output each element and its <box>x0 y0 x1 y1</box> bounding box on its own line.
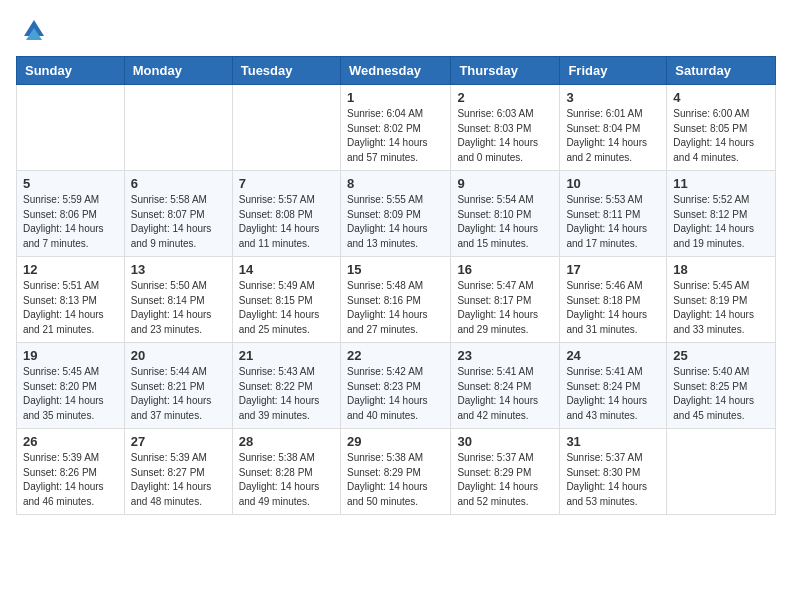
calendar-cell: 20Sunrise: 5:44 AM Sunset: 8:21 PM Dayli… <box>124 343 232 429</box>
day-number: 28 <box>239 434 334 449</box>
day-number: 20 <box>131 348 226 363</box>
day-info: Sunrise: 5:57 AM Sunset: 8:08 PM Dayligh… <box>239 193 334 251</box>
weekday-header-monday: Monday <box>124 57 232 85</box>
calendar-week-2: 5Sunrise: 5:59 AM Sunset: 8:06 PM Daylig… <box>17 171 776 257</box>
day-number: 13 <box>131 262 226 277</box>
calendar-cell: 19Sunrise: 5:45 AM Sunset: 8:20 PM Dayli… <box>17 343 125 429</box>
day-info: Sunrise: 5:45 AM Sunset: 8:19 PM Dayligh… <box>673 279 769 337</box>
day-number: 15 <box>347 262 444 277</box>
day-info: Sunrise: 5:46 AM Sunset: 8:18 PM Dayligh… <box>566 279 660 337</box>
calendar-cell: 30Sunrise: 5:37 AM Sunset: 8:29 PM Dayli… <box>451 429 560 515</box>
calendar-cell <box>17 85 125 171</box>
day-info: Sunrise: 5:52 AM Sunset: 8:12 PM Dayligh… <box>673 193 769 251</box>
day-info: Sunrise: 6:01 AM Sunset: 8:04 PM Dayligh… <box>566 107 660 165</box>
day-number: 18 <box>673 262 769 277</box>
day-number: 22 <box>347 348 444 363</box>
day-info: Sunrise: 5:51 AM Sunset: 8:13 PM Dayligh… <box>23 279 118 337</box>
day-number: 3 <box>566 90 660 105</box>
calendar-cell: 10Sunrise: 5:53 AM Sunset: 8:11 PM Dayli… <box>560 171 667 257</box>
weekday-header-friday: Friday <box>560 57 667 85</box>
calendar-cell: 8Sunrise: 5:55 AM Sunset: 8:09 PM Daylig… <box>340 171 450 257</box>
day-info: Sunrise: 6:03 AM Sunset: 8:03 PM Dayligh… <box>457 107 553 165</box>
calendar-cell <box>124 85 232 171</box>
day-number: 21 <box>239 348 334 363</box>
day-info: Sunrise: 5:41 AM Sunset: 8:24 PM Dayligh… <box>457 365 553 423</box>
weekday-header-wednesday: Wednesday <box>340 57 450 85</box>
day-number: 4 <box>673 90 769 105</box>
calendar-cell <box>232 85 340 171</box>
day-info: Sunrise: 5:37 AM Sunset: 8:29 PM Dayligh… <box>457 451 553 509</box>
day-info: Sunrise: 5:43 AM Sunset: 8:22 PM Dayligh… <box>239 365 334 423</box>
calendar-cell: 16Sunrise: 5:47 AM Sunset: 8:17 PM Dayli… <box>451 257 560 343</box>
weekday-header-thursday: Thursday <box>451 57 560 85</box>
day-number: 23 <box>457 348 553 363</box>
calendar-table: SundayMondayTuesdayWednesdayThursdayFrid… <box>16 56 776 515</box>
day-info: Sunrise: 5:40 AM Sunset: 8:25 PM Dayligh… <box>673 365 769 423</box>
day-info: Sunrise: 5:49 AM Sunset: 8:15 PM Dayligh… <box>239 279 334 337</box>
calendar-cell <box>667 429 776 515</box>
day-info: Sunrise: 5:37 AM Sunset: 8:30 PM Dayligh… <box>566 451 660 509</box>
day-number: 6 <box>131 176 226 191</box>
calendar-cell: 13Sunrise: 5:50 AM Sunset: 8:14 PM Dayli… <box>124 257 232 343</box>
weekday-header-saturday: Saturday <box>667 57 776 85</box>
day-info: Sunrise: 5:38 AM Sunset: 8:29 PM Dayligh… <box>347 451 444 509</box>
calendar-cell: 11Sunrise: 5:52 AM Sunset: 8:12 PM Dayli… <box>667 171 776 257</box>
calendar-cell: 6Sunrise: 5:58 AM Sunset: 8:07 PM Daylig… <box>124 171 232 257</box>
day-info: Sunrise: 5:39 AM Sunset: 8:27 PM Dayligh… <box>131 451 226 509</box>
calendar-cell: 26Sunrise: 5:39 AM Sunset: 8:26 PM Dayli… <box>17 429 125 515</box>
calendar-cell: 2Sunrise: 6:03 AM Sunset: 8:03 PM Daylig… <box>451 85 560 171</box>
logo <box>16 16 48 44</box>
calendar-cell: 3Sunrise: 6:01 AM Sunset: 8:04 PM Daylig… <box>560 85 667 171</box>
calendar-cell: 18Sunrise: 5:45 AM Sunset: 8:19 PM Dayli… <box>667 257 776 343</box>
calendar-cell: 22Sunrise: 5:42 AM Sunset: 8:23 PM Dayli… <box>340 343 450 429</box>
day-number: 2 <box>457 90 553 105</box>
calendar-cell: 24Sunrise: 5:41 AM Sunset: 8:24 PM Dayli… <box>560 343 667 429</box>
calendar-cell: 27Sunrise: 5:39 AM Sunset: 8:27 PM Dayli… <box>124 429 232 515</box>
calendar-cell: 12Sunrise: 5:51 AM Sunset: 8:13 PM Dayli… <box>17 257 125 343</box>
day-number: 10 <box>566 176 660 191</box>
day-number: 8 <box>347 176 444 191</box>
day-info: Sunrise: 5:42 AM Sunset: 8:23 PM Dayligh… <box>347 365 444 423</box>
calendar-week-5: 26Sunrise: 5:39 AM Sunset: 8:26 PM Dayli… <box>17 429 776 515</box>
calendar-cell: 5Sunrise: 5:59 AM Sunset: 8:06 PM Daylig… <box>17 171 125 257</box>
calendar-cell: 4Sunrise: 6:00 AM Sunset: 8:05 PM Daylig… <box>667 85 776 171</box>
day-info: Sunrise: 5:39 AM Sunset: 8:26 PM Dayligh… <box>23 451 118 509</box>
day-info: Sunrise: 6:00 AM Sunset: 8:05 PM Dayligh… <box>673 107 769 165</box>
day-info: Sunrise: 5:38 AM Sunset: 8:28 PM Dayligh… <box>239 451 334 509</box>
day-info: Sunrise: 5:47 AM Sunset: 8:17 PM Dayligh… <box>457 279 553 337</box>
day-number: 24 <box>566 348 660 363</box>
calendar-cell: 7Sunrise: 5:57 AM Sunset: 8:08 PM Daylig… <box>232 171 340 257</box>
day-info: Sunrise: 5:44 AM Sunset: 8:21 PM Dayligh… <box>131 365 226 423</box>
day-number: 19 <box>23 348 118 363</box>
day-info: Sunrise: 5:54 AM Sunset: 8:10 PM Dayligh… <box>457 193 553 251</box>
day-number: 12 <box>23 262 118 277</box>
calendar-cell: 15Sunrise: 5:48 AM Sunset: 8:16 PM Dayli… <box>340 257 450 343</box>
day-info: Sunrise: 5:50 AM Sunset: 8:14 PM Dayligh… <box>131 279 226 337</box>
weekday-header-sunday: Sunday <box>17 57 125 85</box>
day-number: 27 <box>131 434 226 449</box>
day-number: 31 <box>566 434 660 449</box>
calendar-cell: 31Sunrise: 5:37 AM Sunset: 8:30 PM Dayli… <box>560 429 667 515</box>
day-number: 16 <box>457 262 553 277</box>
day-number: 26 <box>23 434 118 449</box>
day-number: 30 <box>457 434 553 449</box>
day-number: 1 <box>347 90 444 105</box>
calendar-cell: 17Sunrise: 5:46 AM Sunset: 8:18 PM Dayli… <box>560 257 667 343</box>
day-number: 17 <box>566 262 660 277</box>
calendar-header-row: SundayMondayTuesdayWednesdayThursdayFrid… <box>17 57 776 85</box>
logo-icon <box>20 16 48 44</box>
day-number: 7 <box>239 176 334 191</box>
day-info: Sunrise: 5:41 AM Sunset: 8:24 PM Dayligh… <box>566 365 660 423</box>
calendar-week-4: 19Sunrise: 5:45 AM Sunset: 8:20 PM Dayli… <box>17 343 776 429</box>
calendar-week-3: 12Sunrise: 5:51 AM Sunset: 8:13 PM Dayli… <box>17 257 776 343</box>
calendar-cell: 9Sunrise: 5:54 AM Sunset: 8:10 PM Daylig… <box>451 171 560 257</box>
calendar-cell: 29Sunrise: 5:38 AM Sunset: 8:29 PM Dayli… <box>340 429 450 515</box>
day-info: Sunrise: 5:55 AM Sunset: 8:09 PM Dayligh… <box>347 193 444 251</box>
day-number: 14 <box>239 262 334 277</box>
day-number: 29 <box>347 434 444 449</box>
calendar-cell: 1Sunrise: 6:04 AM Sunset: 8:02 PM Daylig… <box>340 85 450 171</box>
calendar-cell: 25Sunrise: 5:40 AM Sunset: 8:25 PM Dayli… <box>667 343 776 429</box>
calendar-cell: 28Sunrise: 5:38 AM Sunset: 8:28 PM Dayli… <box>232 429 340 515</box>
day-number: 9 <box>457 176 553 191</box>
day-number: 25 <box>673 348 769 363</box>
